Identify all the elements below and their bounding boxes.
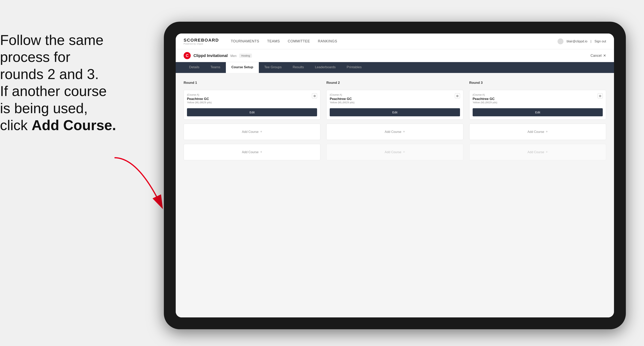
tournament-header: C Clippd Invitational Men Hosting Cancel…	[176, 49, 614, 62]
round-1-edit-button[interactable]: Edit	[187, 108, 317, 116]
round-2-course-info: (Course A) Peachtree GC Yellow (M) (6629…	[330, 93, 455, 104]
round-3-course-name: Peachtree GC	[473, 97, 598, 101]
tournament-name: Clippd Invitational Men	[194, 53, 236, 58]
tab-teams[interactable]: Teams	[205, 62, 226, 73]
round-2-add-course-1[interactable]: Add Course +	[326, 124, 463, 140]
nav-teams[interactable]: TEAMS	[267, 39, 280, 43]
round-1-add-course-text-2: Add Course +	[242, 150, 262, 154]
round-1-course-name: Peachtree GC	[187, 97, 312, 101]
logo-sub: Powered by clippd	[184, 43, 219, 45]
round-1-card-header: (Course A) Peachtree GC Yellow (M) (6629…	[187, 93, 317, 104]
round-2-course-label: (Course A)	[330, 93, 455, 96]
round-1-plus-icon-1: +	[260, 130, 262, 134]
round-1-remove-button[interactable]: ⊗	[312, 93, 317, 98]
instruction-block: Follow the same process for rounds 2 and…	[0, 31, 150, 134]
round-2-label: Round 2	[326, 81, 463, 85]
round-2-course-name: Peachtree GC	[330, 97, 455, 101]
round-3-course-card-1: (Course A) Peachtree GC Yellow (M) (6629…	[469, 90, 606, 120]
nav-rankings[interactable]: RANKINGS	[318, 39, 337, 43]
nav-right: blair@clippd.io | Sign out	[558, 38, 606, 44]
round-3-course-label: (Course A)	[473, 93, 598, 96]
round-1-plus-icon-2: +	[260, 150, 262, 154]
round-2-column: Round 2 (Course A) Peachtree GC Yellow (…	[326, 81, 463, 160]
round-3-course-info: (Course A) Peachtree GC Yellow (M) (6629…	[473, 93, 598, 104]
round-3-add-course-text-2: Add Course +	[528, 150, 548, 154]
instruction-line6: click Add Course.	[0, 117, 116, 133]
instruction-line5: is being used,	[0, 100, 88, 116]
round-1-course-details: Yellow (M) (6629 yds)	[187, 101, 312, 104]
tab-printables[interactable]: Printables	[341, 62, 367, 73]
tournament-gender: Men	[230, 54, 236, 58]
round-1-course-label: (Course A)	[187, 93, 312, 96]
cancel-x-icon: ✕	[603, 53, 606, 58]
round-2-edit-button[interactable]: Edit	[330, 108, 460, 116]
round-2-add-course-text-1: Add Course +	[384, 130, 405, 134]
round-1-column: Round 1 (Course A) Peachtree GC Yellow (…	[184, 81, 320, 160]
tab-tee-groups[interactable]: Tee Groups	[259, 62, 287, 73]
tab-course-setup[interactable]: Course Setup	[226, 62, 259, 73]
c-logo: C	[184, 52, 191, 59]
sign-out-link[interactable]: Sign out	[594, 40, 606, 43]
tab-details[interactable]: Details	[184, 62, 205, 73]
round-2-course-details: Yellow (M) (6629 yds)	[330, 101, 455, 104]
instruction-line3: rounds 2 and 3.	[0, 66, 99, 82]
instruction-line4: If another course	[0, 83, 106, 99]
round-3-add-course-1[interactable]: Add Course +	[469, 124, 606, 140]
tournament-left: C Clippd Invitational Men Hosting	[184, 52, 252, 59]
tab-bar: Details Teams Course Setup Tee Groups Re…	[176, 62, 614, 73]
round-3-remove-button[interactable]: ⊗	[598, 93, 603, 98]
logo-text: SCOREBOARD	[184, 38, 219, 43]
instruction-line1: Follow the same	[0, 32, 104, 48]
round-2-card-header: (Course A) Peachtree GC Yellow (M) (6629…	[330, 93, 460, 104]
round-3-plus-icon-2: +	[546, 150, 548, 154]
round-3-plus-icon-1: +	[546, 130, 548, 134]
round-1-label: Round 1	[184, 81, 320, 85]
nav-tournaments[interactable]: TOURNAMENTS	[231, 39, 259, 43]
round-3-column: Round 3 (Course A) Peachtree GC Yellow (…	[469, 81, 606, 160]
round-1-add-course-2[interactable]: Add Course +	[184, 144, 320, 160]
cancel-button[interactable]: Cancel ✕	[590, 53, 606, 58]
content-area: Round 1 (Course A) Peachtree GC Yellow (…	[176, 73, 614, 317]
top-nav: SCOREBOARD Powered by clippd TOURNAMENTS…	[176, 33, 614, 49]
rounds-grid: Round 1 (Course A) Peachtree GC Yellow (…	[184, 81, 606, 160]
logo-area: SCOREBOARD Powered by clippd	[184, 38, 219, 45]
user-email: blair@clippd.io	[566, 40, 587, 43]
nav-committee[interactable]: COMMITTEE	[288, 39, 310, 43]
round-2-add-course-2[interactable]: Add Course +	[326, 144, 463, 160]
round-1-add-course-text-1: Add Course +	[242, 130, 262, 134]
round-3-card-header: (Course A) Peachtree GC Yellow (M) (6629…	[473, 93, 603, 104]
round-1-add-course-1[interactable]: Add Course +	[184, 124, 320, 140]
round-2-course-card-1: (Course A) Peachtree GC Yellow (M) (6629…	[326, 90, 463, 120]
round-3-edit-button[interactable]: Edit	[473, 108, 603, 116]
round-1-course-info: (Course A) Peachtree GC Yellow (M) (6629…	[187, 93, 312, 104]
round-3-label: Round 3	[469, 81, 606, 85]
round-1-course-card-1: (Course A) Peachtree GC Yellow (M) (6629…	[184, 90, 320, 120]
instruction-line2: process for	[0, 49, 70, 65]
tab-leaderboards[interactable]: Leaderboards	[309, 62, 341, 73]
round-3-course-details: Yellow (M) (6629 yds)	[473, 101, 598, 104]
nav-links: TOURNAMENTS TEAMS COMMITTEE RANKINGS	[231, 39, 337, 43]
hosting-badge: Hosting	[239, 54, 252, 58]
tablet-screen: SCOREBOARD Powered by clippd TOURNAMENTS…	[176, 33, 614, 317]
round-2-remove-button[interactable]: ⊗	[455, 93, 460, 98]
user-avatar	[558, 38, 564, 44]
round-2-add-course-text-2: Add Course +	[384, 150, 405, 154]
nav-left: SCOREBOARD Powered by clippd TOURNAMENTS…	[184, 38, 337, 45]
nav-separator: |	[590, 40, 591, 43]
tab-results[interactable]: Results	[287, 62, 309, 73]
round-3-add-course-2[interactable]: Add Course +	[469, 144, 606, 160]
round-2-plus-icon-1: +	[403, 130, 405, 134]
tablet-device: SCOREBOARD Powered by clippd TOURNAMENTS…	[164, 22, 626, 329]
round-2-plus-icon-2: +	[403, 150, 405, 154]
round-3-add-course-text-1: Add Course +	[528, 130, 548, 134]
